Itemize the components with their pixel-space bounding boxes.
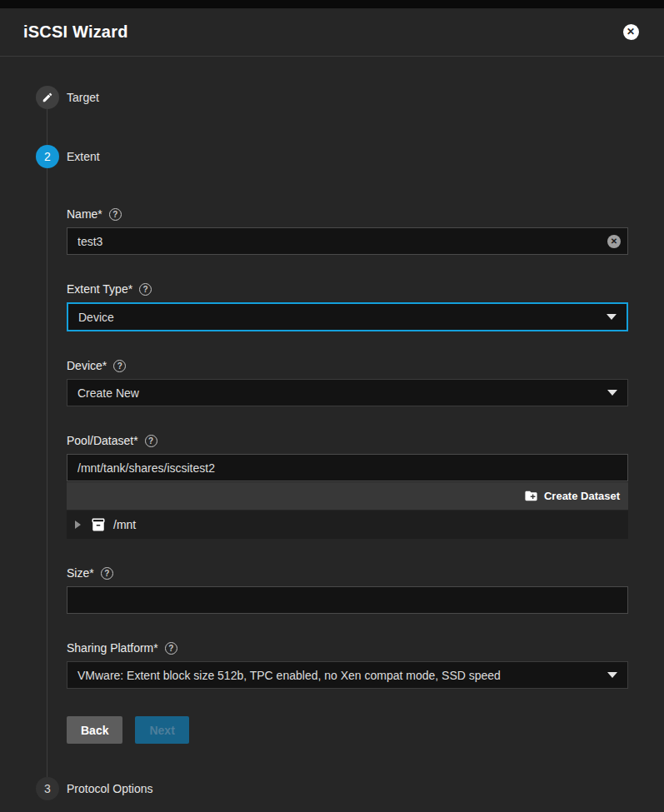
step-target[interactable]: Target xyxy=(0,86,664,109)
extent-type-field-label: Extent Type* xyxy=(67,282,132,296)
tree-node-label: /mnt xyxy=(113,518,136,531)
help-icon[interactable]: ? xyxy=(109,208,122,221)
help-icon[interactable]: ? xyxy=(165,642,177,655)
folder-plus-icon xyxy=(524,489,538,503)
extent-type-selected-value: Device xyxy=(78,311,114,324)
create-dataset-label: Create Dataset xyxy=(544,490,620,502)
close-button[interactable]: ✕ xyxy=(621,22,641,42)
chevron-down-icon xyxy=(607,672,617,678)
clear-icon[interactable]: ✕ xyxy=(607,235,621,248)
step-extent-indicator: 2 xyxy=(36,145,59,168)
step-target-label: Target xyxy=(67,91,99,104)
sharing-platform-field: Sharing Platform* ? VMware: Extent block… xyxy=(67,641,628,689)
dataset-explorer-toolbar: Create Dataset xyxy=(67,482,628,510)
expand-arrow-icon[interactable] xyxy=(75,521,81,529)
name-field: Name* ? ✕ xyxy=(67,207,628,255)
name-input[interactable] xyxy=(67,227,628,255)
dialog-title: iSCSI Wizard xyxy=(23,22,128,42)
extent-type-field: Extent Type* ? Device xyxy=(67,282,628,331)
dataset-tree-node-mnt[interactable]: /mnt xyxy=(67,511,628,539)
pool-dataset-field: Pool/Dataset* ? Create Dataset xyxy=(67,434,628,539)
size-field-label: Size* xyxy=(67,566,94,580)
pool-dataset-path-input[interactable] xyxy=(67,454,628,481)
step-protocol-options-label: Protocol Options xyxy=(67,782,153,795)
device-selected-value: Create New xyxy=(77,386,139,400)
help-icon[interactable]: ? xyxy=(101,567,113,580)
size-field: Size* ? xyxy=(67,566,628,614)
extent-type-select[interactable]: Device xyxy=(67,302,628,331)
step-protocol-options-indicator: 3 xyxy=(36,777,59,800)
sharing-platform-selected-value: VMware: Extent block size 512b, TPC enab… xyxy=(77,669,501,682)
back-button[interactable]: Back xyxy=(67,716,122,744)
sharing-platform-select[interactable]: VMware: Extent block size 512b, TPC enab… xyxy=(67,661,628,689)
name-field-label: Name* xyxy=(67,207,102,222)
iscsi-wizard-dialog: iSCSI Wizard ✕ Target 2 Extent xyxy=(0,8,664,812)
dataset-icon xyxy=(91,517,106,532)
device-field-label: Device* xyxy=(67,359,107,373)
extent-form: Name* ? ✕ Extent Type* ? Device xyxy=(47,168,664,777)
edit-pencil-icon xyxy=(42,92,53,103)
next-button[interactable]: Next xyxy=(135,716,188,744)
size-input[interactable] xyxy=(67,586,628,614)
pool-dataset-field-label: Pool/Dataset* xyxy=(67,434,138,448)
help-icon[interactable]: ? xyxy=(139,283,152,296)
chevron-down-icon xyxy=(607,314,617,320)
help-icon[interactable]: ? xyxy=(145,435,157,447)
close-icon: ✕ xyxy=(623,24,639,40)
page: iSCSI Wizard ✕ Target 2 Extent xyxy=(0,0,664,812)
sharing-platform-field-label: Sharing Platform* xyxy=(67,641,158,655)
device-select[interactable]: Create New xyxy=(67,379,628,406)
chevron-down-icon xyxy=(607,390,617,396)
step-extent-label: Extent xyxy=(67,150,100,163)
wizard-body: Target 2 Extent Name* ? ✕ xyxy=(0,57,664,800)
device-field: Device* ? Create New xyxy=(67,359,628,406)
help-icon[interactable]: ? xyxy=(113,360,126,372)
step-protocol-options[interactable]: 3 Protocol Options xyxy=(0,777,664,800)
stepper-connector xyxy=(47,109,664,145)
wizard-actions: Back Next xyxy=(67,716,628,744)
dialog-header: iSCSI Wizard ✕ xyxy=(0,8,664,57)
step-extent[interactable]: 2 Extent xyxy=(0,145,664,168)
step-target-indicator xyxy=(36,86,59,109)
create-dataset-button[interactable]: Create Dataset xyxy=(524,489,620,503)
